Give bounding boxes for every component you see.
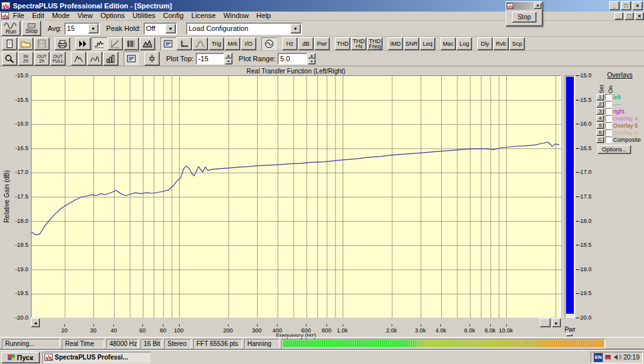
overlay-set-button-5[interactable]: 5 (596, 122, 604, 129)
plot-options-list-button[interactable] (124, 52, 139, 66)
hz-units-button[interactable]: Hz (282, 37, 298, 50)
power-units-button[interactable]: Pwr (314, 37, 330, 50)
new-file-button[interactable] (2, 37, 17, 50)
overlay-on-checkbox-6[interactable] (605, 129, 612, 136)
menu-file[interactable]: File (9, 12, 28, 19)
input-output-button[interactable]: I/O (241, 37, 256, 50)
menu-license[interactable]: License (187, 12, 220, 19)
menu-window[interactable]: Window (220, 12, 252, 19)
overlays-options-button[interactable]: Options... (598, 145, 631, 154)
menu-view[interactable]: View (73, 12, 97, 19)
child-close-button[interactable]: × (635, 12, 644, 20)
overlay-set-button-2[interactable]: 2 (596, 101, 604, 108)
signal-generator-button[interactable] (261, 37, 277, 50)
imd-button[interactable]: IMD (388, 37, 403, 50)
menu-help[interactable]: Help (252, 12, 275, 19)
print-button[interactable] (55, 37, 70, 50)
x-tick-mark (163, 324, 164, 327)
plot-top-input[interactable]: -15 (196, 53, 224, 64)
avg-combobox[interactable]: 15▼ (64, 23, 100, 35)
meter-grip[interactable] (566, 334, 573, 336)
trigger-button[interactable]: Trig (209, 37, 224, 50)
peak-curve-display-button[interactable] (71, 52, 86, 66)
overlay-on-checkbox-2[interactable] (605, 101, 612, 108)
thd-plus-n-button[interactable]: THD+N (351, 37, 366, 50)
overlay-on-checkbox-4[interactable] (605, 115, 612, 122)
run-button[interactable]: Run (1, 21, 21, 36)
zoom-in-2x-button[interactable]: IN2X (18, 52, 33, 66)
maximize-button[interactable]: □ (621, 1, 631, 10)
language-indicator[interactable]: EN (594, 353, 603, 362)
thd-button[interactable]: THD (335, 37, 350, 50)
snr-button[interactable]: SNR (404, 37, 419, 50)
bar-display-button[interactable] (103, 52, 118, 66)
logging-button[interactable]: Log (457, 37, 472, 50)
close-icon[interactable]: × (534, 3, 542, 9)
phase-view-button[interactable] (108, 37, 123, 50)
zoom-tool-button[interactable] (2, 52, 17, 66)
leq-button[interactable]: Leq (420, 37, 435, 50)
smoothing-button[interactable] (193, 37, 208, 50)
3d-surface-view-button[interactable] (140, 37, 155, 50)
child-restore-button[interactable]: □ (625, 12, 634, 20)
overlay-set-button-4[interactable]: 4 (596, 115, 604, 122)
smooth-curve-display-button[interactable] (87, 52, 102, 66)
taskbar-task-spectraplus[interactable]: SpectraPLUS Professi... (43, 352, 151, 363)
plot-range-input[interactable]: 5.0 (278, 53, 307, 64)
plot-area[interactable] (31, 75, 561, 318)
time-series-view-button[interactable] (160, 37, 176, 50)
scrollbar-thumb[interactable] (540, 318, 551, 327)
overlay-on-checkbox-5[interactable] (605, 122, 612, 129)
overlay-set-button-6[interactable]: 6 (596, 129, 604, 136)
spectrum-view-button[interactable] (91, 37, 107, 50)
db-units-button[interactable]: dB (298, 37, 314, 50)
scope-button[interactable]: Scp (509, 37, 525, 50)
save-file-button[interactable] (34, 37, 50, 50)
zoom-out-full-button[interactable]: OUTFULL (50, 52, 66, 66)
start-button[interactable]: Пуск (1, 352, 40, 363)
overlay-on-checkbox-C[interactable] (605, 137, 612, 143)
close-button[interactable]: × (632, 1, 643, 10)
overlay-set-button-3[interactable]: 3 (596, 108, 604, 115)
tray-app-icon[interactable] (605, 354, 612, 361)
menu-mode[interactable]: Mode (48, 12, 74, 19)
scroll-right-icon[interactable]: ► (552, 318, 561, 327)
minimize-button[interactable]: _ (609, 1, 620, 10)
overlay-on-checkbox-1[interactable] (605, 94, 612, 101)
marker-slider-button[interactable] (144, 52, 160, 66)
markers-button[interactable]: Mrk (225, 37, 240, 50)
spectrogram-view-button[interactable] (124, 37, 139, 50)
overlays-rows: 1left2----3right4Overlay 45Overlay 56Ove… (596, 93, 643, 143)
menu-utilities[interactable]: Utilities (129, 12, 159, 19)
plot-range-spinner[interactable]: ▲▼ (308, 53, 316, 64)
macro-button[interactable]: Mac (440, 37, 456, 50)
zoom-out-2x-button[interactable]: OUT2X (34, 52, 50, 66)
child-minimize-button[interactable]: _ (614, 12, 623, 20)
overlay-row: 4Overlay 4 (596, 115, 643, 122)
menu-edit[interactable]: Edit (28, 12, 48, 19)
overlay-set-button-C[interactable]: C (596, 137, 604, 143)
overlay-set-button-1[interactable]: 1 (596, 94, 604, 101)
x-tick-mark (306, 324, 307, 327)
x-tick-mark (93, 324, 94, 327)
menu-config[interactable]: Config (159, 12, 187, 19)
plot-top-spinner[interactable]: ▲▼ (225, 53, 232, 64)
peak-hold-label: Peak Hold: (106, 24, 141, 32)
meter-tick-label: -18.5 (578, 242, 600, 248)
scroll-left-icon[interactable]: ◄ (31, 318, 40, 327)
fast-forward-button[interactable] (75, 37, 91, 50)
scaling-button[interactable] (176, 37, 192, 50)
delay-button[interactable]: Dly (477, 37, 493, 50)
overlay-on-checkbox-3[interactable] (605, 108, 612, 115)
stop-button[interactable]: Stop (22, 21, 41, 36)
document-icon[interactable] (1, 12, 9, 19)
stop-capture-button[interactable]: Stop (512, 12, 536, 23)
menu-options[interactable]: Options (97, 12, 129, 19)
volume-icon[interactable] (614, 354, 621, 361)
thd-freq-button[interactable]: THDFreq (367, 37, 383, 50)
ffwd-icon (78, 39, 88, 48)
open-file-button[interactable] (18, 37, 33, 50)
reverb-button[interactable]: Rvb (493, 37, 509, 50)
load-configuration-combobox[interactable]: Load Configuration▼ (186, 23, 302, 35)
peak-hold-combobox[interactable]: Off▼ (144, 23, 177, 35)
